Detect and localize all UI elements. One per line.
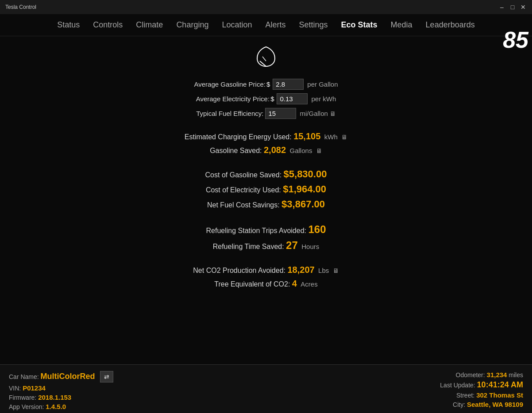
refueling-time-label: Refueling Time Saved: xyxy=(213,243,286,250)
main-nav: Status Controls Climate Charging Locatio… xyxy=(0,14,532,36)
refueling-time-line: Refueling Time Saved: 27 Hours xyxy=(206,239,326,252)
city-label: City: xyxy=(453,401,465,408)
app-version-row: App Version: 1.4.5.0 xyxy=(9,403,113,410)
window-controls: – □ ✕ xyxy=(498,4,527,11)
refueling-trips-label: Refueling Station Trips Avoided: xyxy=(206,227,308,234)
nav-controls[interactable]: Controls xyxy=(93,20,123,30)
car-name-label: Car Name: xyxy=(9,373,39,380)
charging-energy-line: Estimated Charging Energy Used: 15,105 k… xyxy=(185,131,347,141)
close-button[interactable]: ✕ xyxy=(520,4,527,11)
refueling-trips-value: 160 xyxy=(308,223,326,235)
odometer-value: 31,234 xyxy=(487,371,507,379)
electricity-unit: per kWh xyxy=(311,95,336,103)
electricity-currency: $ xyxy=(270,95,274,103)
fuel-efficiency-info-icon[interactable]: 🖥 xyxy=(330,110,336,117)
nav-settings[interactable]: Settings xyxy=(299,20,328,30)
footer-right: Odometer: 31,234 miles Last Update: 10:4… xyxy=(440,371,523,408)
odometer-label: Odometer: xyxy=(456,371,485,379)
avg-electricity-label: Average Electricity Price: xyxy=(196,95,270,103)
minimize-button[interactable]: – xyxy=(498,4,505,11)
nav-ecostats[interactable]: Eco Stats xyxy=(341,20,378,30)
tree-equivalent-value: 4 xyxy=(292,279,297,288)
charging-energy-label: Estimated Charging Energy Used: xyxy=(185,133,293,141)
fuel-efficiency-unit: mi/Gallon xyxy=(300,110,328,117)
net-fuel-savings-value: $3,867.00 xyxy=(281,199,325,210)
maximize-button[interactable]: □ xyxy=(509,4,516,11)
avg-electricity-input[interactable] xyxy=(277,93,308,104)
app-title: Tesla Control xyxy=(5,4,36,10)
last-update-value: 10:41:24 AM xyxy=(477,380,523,389)
nav-leaderboards[interactable]: Leaderboards xyxy=(426,20,475,30)
app-version-label: App Version: xyxy=(9,403,44,410)
last-update-row: Last Update: 10:41:24 AM xyxy=(440,380,523,390)
cost-gasoline-saved-label: Cost of Gasoline Saved: xyxy=(205,171,284,179)
gasoline-unit: per Gallon xyxy=(307,80,338,88)
eco-icon xyxy=(254,45,278,72)
app-version-value: 1.4.5.0 xyxy=(46,403,66,410)
co2-avoided-label: Net CO2 Production Avoided: xyxy=(193,267,287,274)
co2-avoided-unit: Lbs xyxy=(318,267,329,274)
energy-stats-section: Estimated Charging Energy Used: 15,105 k… xyxy=(185,131,347,159)
refueling-trips-line: Refueling Station Trips Avoided: 160 xyxy=(206,223,326,236)
vin-value: P01234 xyxy=(23,384,46,392)
nav-charging[interactable]: Charging xyxy=(176,20,208,30)
footer: Car Name: MultiColorRed ⇄ VIN: P01234 Fi… xyxy=(0,364,532,413)
gasoline-saved-value: 2,082 xyxy=(264,145,286,155)
gasoline-saved-info-icon[interactable]: 🖥 xyxy=(316,147,322,154)
title-bar: Tesla Control – □ ✕ xyxy=(0,0,532,14)
nav-media[interactable]: Media xyxy=(391,20,412,30)
charging-energy-value: 15,105 xyxy=(293,131,320,141)
car-name-row: Car Name: MultiColorRed ⇄ xyxy=(9,371,113,382)
co2-avoided-line: Net CO2 Production Avoided: 18,207 Lbs 🖥 xyxy=(193,265,339,275)
vin-row: VIN: P01234 xyxy=(9,384,113,392)
odometer-row: Odometer: 31,234 miles xyxy=(440,371,523,379)
nav-status[interactable]: Status xyxy=(57,20,80,30)
city-row: City: Seattle, WA 98109 xyxy=(440,401,523,408)
nav-location[interactable]: Location xyxy=(222,20,252,30)
cost-electricity-used-value: $1,964.00 xyxy=(283,184,326,195)
refueling-stats-section: Refueling Station Trips Avoided: 160 Ref… xyxy=(206,223,326,255)
firmware-value: 2018.1.153 xyxy=(38,394,71,401)
cost-gasoline-saved-value: $5,830.00 xyxy=(284,168,327,180)
co2-stats-section: Net CO2 Production Avoided: 18,207 Lbs 🖥… xyxy=(193,265,339,292)
co2-avoided-info-icon[interactable]: 🖥 xyxy=(333,267,339,274)
net-fuel-savings-line: Net Fuel Cost Savings: $3,867.00 xyxy=(205,199,327,210)
gasoline-saved-line: Gasoline Saved: 2,082 Gallons 🖥 xyxy=(185,145,347,155)
main-content: Average Gasoline Price: $ per Gallon Ave… xyxy=(0,36,532,292)
firmware-label: Firmware: xyxy=(9,394,36,401)
fuel-efficiency-label: Typical Fuel Efficiency: xyxy=(196,110,263,117)
gasoline-currency: $ xyxy=(266,80,270,88)
street-row: Street: 302 Thomas St xyxy=(440,391,523,399)
last-update-label: Last Update: xyxy=(440,382,475,389)
avg-gasoline-price-row: Average Gasoline Price: $ per Gallon xyxy=(194,79,338,90)
cost-gasoline-saved-line: Cost of Gasoline Saved: $5,830.00 xyxy=(205,168,327,180)
fuel-efficiency-row: Typical Fuel Efficiency: mi/Gallon 🖥 xyxy=(196,108,336,119)
tree-equivalent-label: Tree Equivalent of CO2: xyxy=(214,280,292,288)
odometer-unit: miles xyxy=(509,371,523,379)
tree-equivalent-unit: Acres xyxy=(301,280,317,288)
city-value: Seattle, WA 98109 xyxy=(467,401,523,408)
nav-badge: 85 xyxy=(503,28,532,51)
refueling-time-unit: Hours xyxy=(301,243,319,250)
car-name-value: MultiColorRed xyxy=(41,372,95,381)
cost-electricity-used-label: Cost of Electricity Used: xyxy=(206,186,283,194)
street-label: Street: xyxy=(456,392,474,399)
fuel-efficiency-input[interactable] xyxy=(265,108,296,119)
gasoline-saved-unit: Gallons xyxy=(290,147,312,154)
cost-stats-section: Cost of Gasoline Saved: $5,830.00 Cost o… xyxy=(205,168,327,214)
co2-avoided-value: 18,207 xyxy=(287,265,314,275)
nav-climate[interactable]: Climate xyxy=(136,20,163,30)
car-name-switch-button[interactable]: ⇄ xyxy=(100,371,113,382)
tree-equivalent-line: Tree Equivalent of CO2: 4 Acres xyxy=(193,279,339,289)
net-fuel-savings-label: Net Fuel Cost Savings: xyxy=(207,201,281,209)
nav-alerts[interactable]: Alerts xyxy=(265,20,285,30)
gasoline-saved-label: Gasoline Saved: xyxy=(210,147,264,154)
vin-label: VIN: xyxy=(9,385,21,392)
avg-gasoline-input[interactable] xyxy=(273,79,304,90)
charging-energy-info-icon[interactable]: 🖥 xyxy=(341,134,347,141)
charging-energy-unit: kWh xyxy=(324,133,338,141)
avg-gasoline-label: Average Gasoline Price: xyxy=(194,80,265,88)
cost-electricity-used-line: Cost of Electricity Used: $1,964.00 xyxy=(205,184,327,195)
footer-left: Car Name: MultiColorRed ⇄ VIN: P01234 Fi… xyxy=(9,371,113,410)
refueling-time-value: 27 xyxy=(286,239,298,251)
